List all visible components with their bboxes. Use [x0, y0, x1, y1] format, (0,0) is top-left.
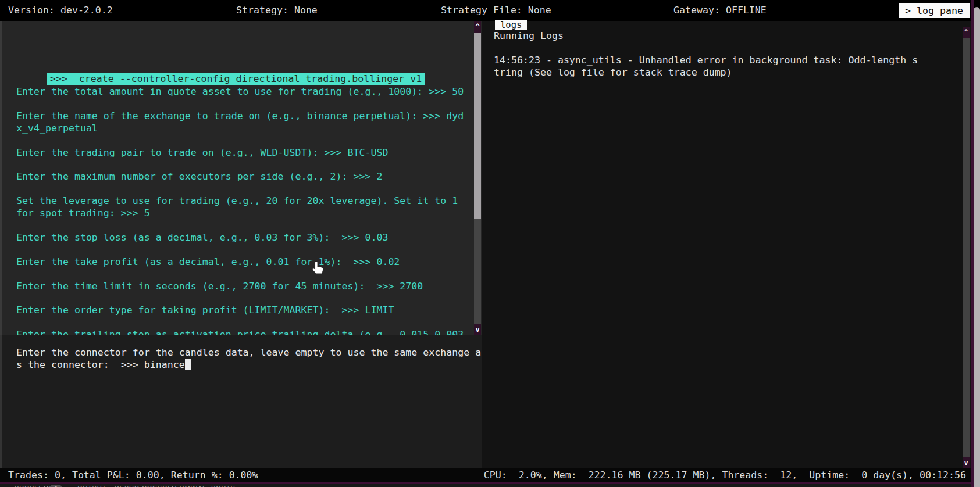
scrollbar-thumb[interactable]	[474, 33, 481, 219]
scroll-down-icon[interactable]: v	[474, 324, 481, 335]
scroll-up-icon[interactable]: ^	[474, 21, 481, 33]
strategy-label: Strategy: None	[236, 5, 318, 16]
system-resources-status: CPU: 2.0%, Mem: 222.16 MB (225.17 MB), T…	[484, 470, 966, 481]
text-cursor	[185, 359, 191, 370]
trades-pnl-status: Trades: 0, Total P&L: 0.00, Return %: 0.…	[8, 470, 258, 481]
log-scrollbar[interactable]: ^ v	[963, 27, 970, 468]
running-logs-text: Running Logs 14:56:23 - async_utils - Un…	[494, 30, 918, 79]
scrollbar-track[interactable]	[963, 38, 970, 457]
terminal-output-pane[interactable]: >>> create --controller-config direction…	[0, 21, 482, 335]
scrollbar-track[interactable]	[474, 219, 481, 324]
log-pane: logs Running Logs 14:56:23 - async_utils…	[482, 21, 980, 468]
log-pane-toggle-button[interactable]: > log pane	[899, 3, 970, 18]
terminal-input-pane[interactable]: Enter the connector for the candles data…	[0, 335, 482, 468]
tab-terminal[interactable]: TERMINAL	[170, 485, 206, 487]
input-prompt-line1: Enter the connector for the candles data…	[16, 347, 481, 358]
tab-logs[interactable]: logs	[495, 20, 527, 30]
strategy-file-label: Strategy File: None	[441, 5, 551, 16]
highlighted-command-text: >>> create --controller-config direction…	[47, 73, 425, 85]
tab-output[interactable]: OUTPUT	[77, 485, 106, 487]
scroll-down-icon[interactable]: v	[963, 457, 970, 468]
hummingbot-terminal-window: Version: dev-2.0.2 Strategy: None Strate…	[0, 0, 980, 487]
problems-count-badge: 2	[49, 485, 62, 487]
output-scrollbar[interactable]: ^ v	[474, 21, 481, 335]
gateway-status-label: Gateway: OFFLINE	[673, 5, 767, 16]
input-prompt-line2: s the connector: >>> binance	[16, 359, 185, 370]
app-scrollbar-thumb[interactable]	[974, 7, 980, 487]
bottom-status-bar: Trades: 0, Total P&L: 0.00, Return %: 0.…	[0, 468, 980, 482]
tab-debug-console[interactable]: DEBUG CONSOLE	[115, 485, 176, 487]
tab-ports[interactable]: PORTS	[211, 485, 236, 487]
vscode-panel-tabs: PROBLEMS 2 OUTPUT DEBUG CONSOLE TERMINAL…	[0, 484, 980, 487]
input-prompt-text[interactable]: Enter the connector for the candles data…	[16, 347, 481, 371]
terminal-output-text: Enter the total amount in quote asset to…	[16, 86, 464, 335]
version-label: Version: dev-2.0.2	[8, 5, 113, 16]
scroll-up-icon[interactable]: ^	[963, 27, 970, 38]
tab-problems[interactable]: PROBLEMS	[15, 485, 54, 487]
top-status-bar: Version: dev-2.0.2 Strategy: None Strate…	[0, 0, 980, 21]
